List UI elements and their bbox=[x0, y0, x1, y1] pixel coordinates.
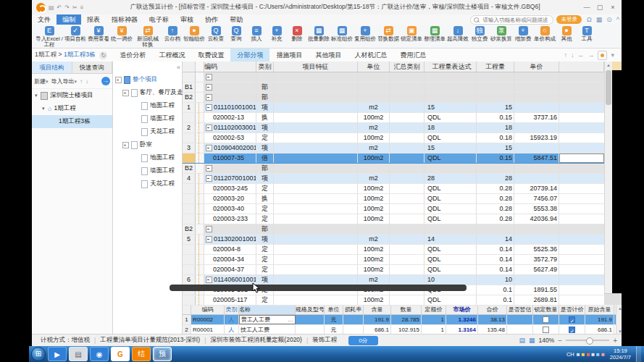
ribbon-button[interactable]: ↑ 云存档 bbox=[163, 26, 182, 42]
view-tab[interactable]: 取费设置 bbox=[191, 49, 230, 62]
grid-row[interactable]: B2 部 bbox=[183, 164, 604, 174]
redo-icon[interactable]: ↷ bbox=[64, 4, 70, 11]
lock-qty-checkbox-cell[interactable] bbox=[533, 315, 559, 324]
menu-item[interactable]: 文件 bbox=[32, 14, 57, 25]
grid-column-header[interactable]: 工程量表达式 bbox=[425, 62, 477, 72]
sidebar-tab[interactable]: 项目结构 bbox=[32, 62, 72, 73]
project-tree-node[interactable]: 1期工程3栋 bbox=[32, 115, 112, 128]
project-tree-node[interactable]: 1期工程 bbox=[32, 102, 112, 115]
grid-row[interactable]: 020002-53 定 100m2 QDL 0.18 15923.19 bbox=[183, 133, 604, 143]
ribbon-button[interactable]: ▣ 锁定清单 bbox=[401, 26, 422, 42]
view-tab[interactable]: 工程概况 bbox=[152, 49, 191, 62]
level-left-icon[interactable]: ← bbox=[577, 51, 584, 59]
layout-vertical-icon[interactable]: ▦ bbox=[529, 337, 535, 344]
customize-icon[interactable]: ≡ bbox=[80, 4, 84, 11]
grid-column-header[interactable]: 工程量 bbox=[477, 62, 514, 72]
grid-row[interactable]: 3 010904002001 项 m2 15 15 bbox=[183, 143, 604, 153]
ribbon-button[interactable]: 浆 砂浆换算 bbox=[490, 26, 512, 42]
move-up-icon[interactable]: ↑ bbox=[80, 78, 83, 85]
org-toggle-icon[interactable] bbox=[122, 142, 129, 148]
panel-collapse-icon[interactable]: « bbox=[177, 64, 180, 71]
ribbon-button[interactable]: ▦ 批量删除 bbox=[308, 26, 330, 42]
ribbon-button[interactable]: 独 独立费 bbox=[470, 26, 489, 42]
start-button[interactable]: ⊞ bbox=[31, 347, 46, 361]
ribbon-button[interactable]: + 复用组价 bbox=[354, 26, 376, 42]
save-icon[interactable]: ▤ bbox=[49, 4, 54, 11]
collapse-icon[interactable] bbox=[206, 125, 212, 131]
grid-column-header[interactable]: 类别 bbox=[256, 62, 274, 72]
taskbar-clock[interactable]: 15:19 2024/7/7 bbox=[607, 348, 634, 361]
collapse-icon[interactable] bbox=[206, 175, 212, 182]
grid-row[interactable]: B1 部 bbox=[183, 83, 604, 93]
menu-item[interactable]: 电子标 bbox=[143, 14, 175, 25]
sidebar-tab[interactable]: 快速查询 bbox=[72, 62, 113, 73]
collapse-icon[interactable] bbox=[206, 84, 212, 90]
scroll-up-icon[interactable]: ▲ bbox=[616, 305, 622, 312]
taskbar-app[interactable]: 预 bbox=[153, 347, 172, 361]
switch-project-icon[interactable]: ↻ bbox=[99, 51, 107, 59]
row-up-icon[interactable]: ↑ bbox=[564, 51, 567, 59]
priced-checkbox-cell[interactable] bbox=[559, 315, 585, 324]
tray-icon[interactable]: ■ bbox=[582, 351, 585, 358]
grid-column-header[interactable]: 编码 bbox=[204, 62, 256, 72]
ribbon-button[interactable]: + 补充 bbox=[267, 26, 286, 42]
ribbon-button[interactable]: ↓ 超高降效 bbox=[447, 26, 469, 42]
minimize-button[interactable]: — bbox=[581, 2, 593, 12]
resource-column-header[interactable]: 定额价 bbox=[422, 305, 446, 314]
grid-row[interactable]: 020005-117 定 100m2 QDL 0.1 2689.81 bbox=[183, 295, 604, 306]
scroll-up-icon[interactable]: ▲ bbox=[605, 62, 612, 69]
grid-row[interactable]: 020003-245 定 100m2 QDL 0.28 20739.14 bbox=[183, 184, 604, 194]
grid-column-header[interactable]: 汇总类别 bbox=[390, 62, 425, 72]
grid-row[interactable]: 010007-35 借 100m2 QDL 0.15 5847.51 bbox=[183, 153, 604, 164]
ribbon-button[interactable]: ≡ 插入 bbox=[247, 26, 266, 42]
restore-button[interactable]: ▢ bbox=[594, 2, 606, 12]
login-button[interactable]: 未登录 bbox=[556, 15, 582, 24]
ribbon-button[interactable]: ▦ 标准组价 bbox=[331, 26, 353, 42]
estimate-checkbox-cell[interactable] bbox=[507, 315, 533, 324]
view-tab[interactable]: 费用汇总 bbox=[393, 49, 432, 62]
breadcrumb[interactable]: 1期工程 > 1期工程3栋 bbox=[32, 51, 98, 59]
show-desktop-button[interactable] bbox=[636, 346, 641, 362]
grid-row[interactable]: 020002-13 换 100m2 QDL 0.15 3737.16 bbox=[183, 113, 604, 123]
info-icon[interactable]: ⊙ bbox=[604, 16, 614, 23]
priced-checkbox[interactable] bbox=[569, 316, 575, 323]
locate-icon[interactable]: → bbox=[101, 77, 110, 85]
grid-row[interactable]: 6 011406001001 项 m2 10 10 bbox=[183, 275, 604, 285]
ribbon-button[interactable]: ¥ 统一调价 bbox=[111, 26, 133, 42]
close-button[interactable]: × bbox=[607, 2, 619, 12]
collapse-icon[interactable] bbox=[206, 74, 212, 80]
org-tree-node[interactable]: 墙面工程 bbox=[113, 164, 182, 177]
resource-column-header[interactable]: 是否暂估 bbox=[507, 305, 533, 314]
collapse-ribbon-icon[interactable]: ^ bbox=[614, 16, 622, 23]
org-tree-node[interactable]: 客厅、餐厅及走道 bbox=[113, 86, 182, 99]
headset-icon[interactable]: Ω bbox=[585, 16, 594, 23]
ribbon-button[interactable]: ⇄ 新旧机械 转换 bbox=[134, 26, 162, 48]
collapse-icon[interactable] bbox=[206, 226, 212, 232]
resource-column-header[interactable]: 合价 bbox=[478, 305, 507, 314]
ribbon-button[interactable]: ✓ 项目自检 bbox=[64, 26, 86, 42]
ribbon-button[interactable]: ● 智能组价 bbox=[183, 26, 205, 42]
priced-checkbox[interactable] bbox=[569, 327, 575, 333]
menu-item[interactable]: 审核 bbox=[175, 14, 199, 25]
display-options-caret[interactable]: ▾ bbox=[611, 51, 614, 59]
tray-icon[interactable]: ■ bbox=[596, 351, 600, 358]
view-tab[interactable]: 造价分析 bbox=[113, 49, 152, 62]
tray-icon[interactable]: ■ bbox=[586, 351, 590, 358]
grid-row[interactable]: 5 011302001001 项 m2 14 14 bbox=[183, 235, 604, 245]
grid-row[interactable]: 1 011101001001 项 m2 15 15 bbox=[183, 103, 604, 113]
more-button[interactable]: … bbox=[288, 315, 293, 324]
collapse-icon[interactable] bbox=[206, 277, 212, 283]
grid-row[interactable]: 020003-40 定 100m2 QDL 0.28 5553.38 bbox=[183, 204, 604, 214]
resource-column-header[interactable]: 数量 bbox=[391, 305, 422, 314]
import-export-button[interactable]: 导入导出▾ bbox=[51, 77, 78, 85]
menu-item[interactable]: 报表 bbox=[81, 14, 106, 25]
apps-grid-icon[interactable]: ▦ bbox=[594, 16, 605, 23]
new-button[interactable]: 新建▾ bbox=[34, 77, 49, 85]
taskbar-app[interactable]: 结 bbox=[132, 347, 151, 361]
view-tab[interactable]: 措施项目 bbox=[269, 49, 309, 62]
tray-icon[interactable]: ■ bbox=[591, 351, 595, 358]
scrollbar-thumb[interactable] bbox=[606, 70, 611, 105]
resource-vertical-scrollbar[interactable]: ▲ ▼ bbox=[616, 305, 622, 335]
resource-column-header[interactable]: 是否计价 bbox=[559, 305, 585, 314]
ribbon-button[interactable]: ⇄ 替换数据 bbox=[377, 26, 399, 42]
